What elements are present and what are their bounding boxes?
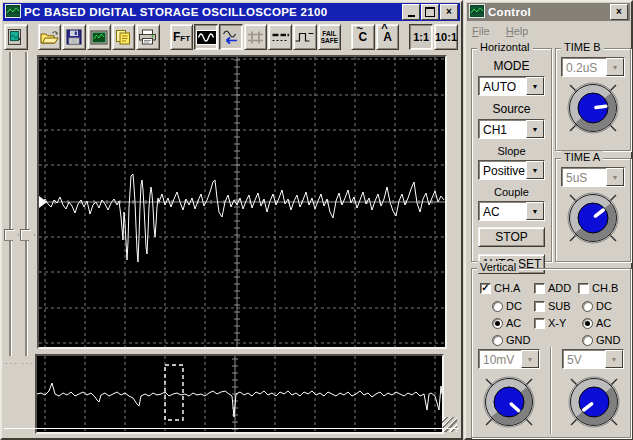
trigger-level-marker[interactable] — [39, 196, 47, 208]
failsafe-button[interactable]: FAILSAFE — [318, 24, 342, 50]
volts-a-select: 10mV ▼ — [478, 349, 540, 369]
horizontal-group-label: Horizontal — [477, 41, 533, 53]
xy-checkbox[interactable]: ✓ X-Y — [534, 317, 566, 329]
volts-b-value: 5V — [563, 350, 605, 368]
ratio-1-1-button[interactable]: 1:1 — [409, 24, 433, 50]
channel-b-checkbox[interactable]: ✓ CH.B — [578, 282, 618, 294]
control-titlebar[interactable]: Control × — [467, 3, 630, 21]
time-b-value: 0.2uS — [562, 58, 606, 76]
dropdown-arrow-icon[interactable]: ▼ — [526, 77, 544, 95]
source-select[interactable]: CH1 ▼ — [478, 119, 545, 139]
measure-a-button[interactable]: ^A — [376, 24, 400, 50]
time-a-select: 5uS ▼ — [561, 167, 625, 187]
mode-select[interactable]: AUTO ▼ — [478, 76, 545, 96]
print-button[interactable] — [136, 24, 160, 50]
maximize-icon — [425, 7, 435, 17]
fft-button[interactable]: FFT — [170, 24, 194, 50]
copy-notes-button[interactable] — [112, 24, 136, 50]
oscilloscope-titlebar[interactable]: PC BASED DIGITAL STORAGE OSCILLOSCOPE 21… — [3, 3, 460, 21]
time-a-group: TIME A 5uS ▼ — [555, 158, 631, 262]
volts-a-value: 10mV — [479, 350, 521, 368]
slider-ticks: ··· — [5, 362, 15, 365]
vertical-position-slider-b[interactable]: ··· — [19, 50, 33, 358]
vertical-group: Vertical ✓ CH.A ✓ ADD ✓ CH.B DC ✓ SUB — [471, 268, 631, 438]
slider-groove — [9, 52, 12, 356]
time-a-knob[interactable] — [564, 191, 622, 247]
menu-file[interactable]: File — [470, 24, 492, 38]
menu-help[interactable]: Help — [504, 24, 531, 38]
dropdown-arrow-icon[interactable]: ▼ — [526, 120, 544, 138]
display-mode-button[interactable] — [194, 24, 218, 50]
ratio-10-1-button[interactable]: 10:1 — [434, 24, 458, 50]
time-a-label: TIME A — [561, 151, 603, 163]
time-b-knob[interactable] — [564, 81, 622, 137]
minimize-icon — [408, 15, 415, 17]
close-button[interactable]: × — [610, 4, 628, 20]
grid-button — [244, 24, 268, 50]
status-bar — [4, 428, 459, 436]
source-label: Source — [478, 102, 545, 116]
oscilloscope-window: PC BASED DIGITAL STORAGE OSCILLOSCOPE 21… — [0, 0, 463, 440]
chb-ac-radio[interactable]: AC — [582, 317, 611, 329]
slider-ticks: ··· — [21, 362, 31, 365]
couple-select[interactable]: AC ▼ — [478, 201, 545, 221]
slope-label: Slope — [478, 145, 545, 157]
dropdown-arrow-icon[interactable]: ▼ — [526, 161, 544, 179]
dropdown-arrow-icon: ▼ — [605, 350, 623, 368]
volts-a-knob[interactable] — [480, 375, 538, 431]
main-waveform-display — [37, 55, 447, 349]
volts-b-knob[interactable] — [565, 375, 623, 431]
sub-checkbox[interactable]: ✓ SUB — [534, 300, 571, 312]
mode-label: MODE — [478, 59, 545, 73]
dropdown-arrow-icon[interactable]: ▼ — [526, 202, 544, 220]
overview-display-trace — [37, 383, 442, 417]
minimize-button[interactable] — [402, 4, 420, 20]
dotted-lines-button[interactable] — [268, 24, 292, 50]
dropdown-arrow-icon: ▼ — [606, 168, 624, 186]
couple-value: AC — [479, 202, 526, 220]
save-button[interactable] — [62, 24, 86, 50]
capture-button[interactable] — [87, 24, 111, 50]
time-a-value: 5uS — [562, 168, 606, 186]
channel-a-checkbox[interactable]: ✓ CH.A — [480, 282, 520, 294]
window-title: PC BASED DIGITAL STORAGE OSCILLOSCOPE 21… — [24, 6, 401, 18]
overview-display-svg — [37, 356, 442, 432]
zoom-selection-rect[interactable] — [165, 365, 183, 420]
slider-groove — [25, 52, 28, 356]
close-icon: × — [446, 7, 452, 17]
open-button[interactable] — [38, 24, 62, 50]
pulse-trigger-button[interactable] — [293, 24, 317, 50]
vertical-group-label: Vertical — [477, 261, 519, 273]
toolbar: FFTFAILSAFE~C^A1:110:1 — [4, 23, 459, 51]
control-window-title: Control — [488, 6, 609, 18]
menu-bar: FileHelp — [470, 23, 629, 39]
cha-ac-radio[interactable]: AC — [492, 317, 521, 329]
measure-c-button[interactable]: ~C — [351, 24, 375, 50]
close-icon: × — [616, 7, 622, 17]
exit-button[interactable] — [4, 24, 28, 50]
mode-value: AUTO — [479, 77, 526, 95]
stop-button[interactable]: STOP — [478, 227, 545, 247]
maximize-button[interactable] — [421, 4, 439, 20]
slope-select[interactable]: Positive ▼ — [478, 160, 545, 180]
cha-gnd-radio[interactable]: GND — [492, 334, 530, 346]
overview-waveform-display — [35, 354, 444, 434]
main-display-trace — [39, 174, 444, 262]
control-window: Control × FileHelp Horizontal MODE AUTO … — [464, 0, 633, 440]
channel-divider — [550, 347, 552, 434]
desktop: PC BASED DIGITAL STORAGE OSCILLOSCOPE 21… — [0, 0, 633, 440]
vertical-position-slider-a[interactable]: ··· — [3, 50, 17, 358]
slider-thumb[interactable] — [20, 229, 35, 241]
dropdown-arrow-icon: ▼ — [521, 350, 539, 368]
slider-thumb[interactable] — [4, 229, 19, 241]
persistence-button[interactable] — [219, 24, 243, 50]
add-checkbox[interactable]: ✓ ADD — [534, 282, 571, 294]
chb-gnd-radio[interactable]: GND — [582, 334, 620, 346]
time-b-label: TIME B — [561, 41, 604, 53]
chb-dc-radio[interactable]: DC — [582, 300, 612, 312]
close-button[interactable]: × — [440, 4, 458, 20]
main-display-svg — [39, 57, 445, 347]
time-b-group: TIME B 0.2uS ▼ — [555, 48, 631, 151]
cha-dc-radio[interactable]: DC — [492, 300, 522, 312]
source-value: CH1 — [479, 120, 526, 138]
